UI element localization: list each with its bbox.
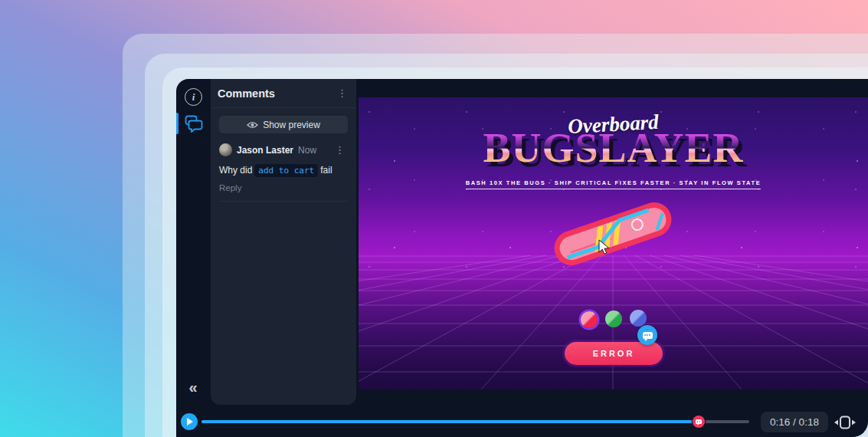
page-background: i « Comments ⋮ bbox=[0, 0, 868, 437]
comment-menu-icon[interactable]: ⋮ bbox=[332, 143, 348, 156]
timeline-track[interactable] bbox=[201, 420, 749, 423]
play-icon bbox=[187, 418, 193, 426]
status-dot-green bbox=[605, 310, 622, 327]
video-logo-block: Overboard BUGSLAYER BUGSLAYER BASH 10X T… bbox=[359, 113, 868, 189]
comment-item: Jason Laster Now ⋮ Why didadd to cartfai… bbox=[219, 143, 348, 202]
left-icon-rail: i « bbox=[176, 79, 211, 437]
marker-bubble-icon bbox=[696, 419, 702, 424]
collapse-sidebar-button[interactable]: « bbox=[184, 378, 202, 396]
hoverboard-graphic bbox=[550, 202, 680, 271]
comment-text-before: Why did bbox=[219, 165, 252, 176]
panel-title: Comments bbox=[218, 87, 334, 100]
fit-width-button[interactable] bbox=[834, 415, 857, 430]
info-icon[interactable]: i bbox=[185, 88, 202, 106]
logo-tagline: BASH 10X THE BUGS · SHIP CRITICAL FIXES … bbox=[466, 179, 762, 189]
video-preview[interactable]: Overboard BUGSLAYER BUGSLAYER BASH 10X T… bbox=[359, 97, 868, 389]
error-button: ERROR bbox=[565, 342, 663, 365]
timeline-progress bbox=[201, 420, 695, 423]
panel-menu-icon[interactable]: ⋮ bbox=[334, 87, 350, 100]
app-window: i « Comments ⋮ bbox=[176, 79, 868, 437]
comment-code-chip: add to cart bbox=[254, 164, 318, 177]
active-tab-indicator bbox=[176, 113, 179, 134]
device-frame-icon bbox=[834, 416, 856, 429]
time-display: 0:16 / 0:18 bbox=[761, 412, 828, 432]
show-preview-button[interactable]: Show preview bbox=[219, 116, 348, 133]
status-dot-red bbox=[581, 311, 598, 328]
comments-panel-body: Show preview Jason Laster Now ⋮ Why dida… bbox=[211, 108, 356, 202]
status-dot-blue bbox=[630, 310, 647, 327]
comment-location-badge[interactable] bbox=[637, 325, 657, 345]
comments-icon[interactable] bbox=[184, 114, 204, 133]
comment-text: Why didadd to cartfail bbox=[219, 163, 348, 178]
show-preview-label: Show preview bbox=[263, 120, 320, 130]
reply-link[interactable]: Reply bbox=[219, 183, 348, 192]
eye-icon bbox=[247, 121, 258, 129]
comments-panel: Comments ⋮ Show preview Jason Laster Now bbox=[211, 79, 356, 405]
comment-text-after: fail bbox=[320, 165, 332, 176]
play-button[interactable] bbox=[181, 413, 198, 430]
avatar bbox=[219, 143, 232, 156]
comment-timestamp: Now bbox=[298, 145, 327, 156]
timeline-comment-marker[interactable] bbox=[693, 416, 705, 428]
comments-panel-header: Comments ⋮ bbox=[211, 79, 356, 108]
chat-bubble-icon bbox=[643, 332, 653, 339]
comment-author: Jason Laster bbox=[237, 145, 293, 156]
